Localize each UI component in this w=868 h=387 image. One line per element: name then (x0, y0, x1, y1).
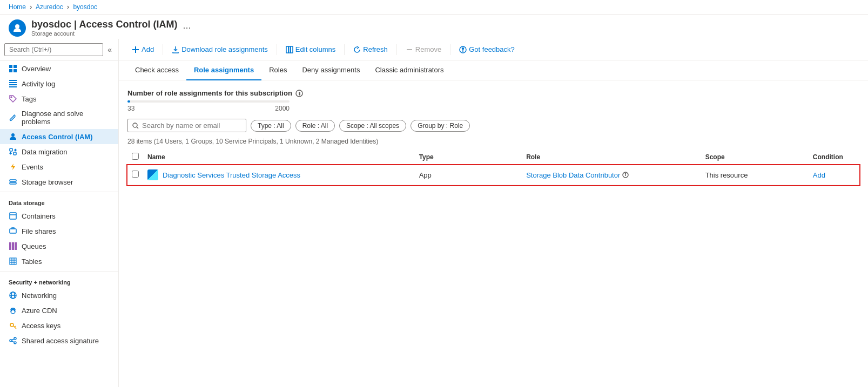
sidebar-collapse-button[interactable]: « (105, 44, 114, 55)
header-checkbox-col (127, 150, 143, 165)
name-email-search-input[interactable] (142, 121, 241, 130)
sidebar-item-storage-browser-label: Storage browser (22, 178, 73, 186)
page-header: byosdoc | Access Control (IAM) Storage a… (0, 15, 868, 39)
svg-rect-41 (291, 46, 293, 53)
breadcrumb-home[interactable]: Home (9, 3, 26, 11)
header-role-col: Role (522, 150, 701, 165)
scope-filter[interactable]: Scope : All scopes (339, 120, 406, 132)
tab-deny-assignments[interactable]: Deny assignments (294, 60, 367, 80)
svg-rect-6 (9, 82, 17, 83)
progress-current: 33 (127, 105, 134, 112)
toolbar: Add Download role assignments Edit colum… (119, 39, 868, 60)
svg-rect-39 (286, 46, 288, 53)
sidebar-item-data-migration-label: Data migration (22, 148, 68, 156)
svg-rect-22 (10, 258, 16, 264)
sidebar-item-overview[interactable]: Overview (0, 61, 118, 76)
content-body: Number of role assignments for this subs… (119, 80, 868, 194)
row-checkbox[interactable] (132, 171, 139, 178)
migration-icon (9, 147, 17, 156)
subscription-title: Number of role assignments for this subs… (127, 89, 859, 97)
svg-point-31 (10, 323, 14, 327)
sidebar-item-tables[interactable]: Tables (0, 254, 118, 269)
breadcrumb-byosdoc[interactable]: byosdoc (73, 3, 97, 11)
assignments-table: Name Type Role Scope Condition (127, 150, 859, 185)
sidebar-item-access-keys[interactable]: Access keys (0, 318, 118, 333)
svg-rect-1 (9, 65, 12, 68)
sidebar-item-azure-cdn[interactable]: Azure CDN (0, 303, 118, 318)
row-checkbox-cell (127, 165, 143, 185)
tabs: Check access Role assignments Roles Deny… (119, 60, 868, 80)
header-scope-col: Scope (701, 150, 809, 165)
tab-roles[interactable]: Roles (261, 60, 294, 80)
fileshare-icon (9, 227, 17, 235)
download-button[interactable]: Download role assignments (167, 43, 272, 56)
row-condition-cell: Add (809, 165, 859, 185)
toolbar-sep-3 (344, 44, 345, 55)
tag-icon (9, 94, 17, 103)
sidebar-item-storage-browser[interactable]: Storage browser (0, 174, 118, 189)
svg-line-49 (137, 127, 138, 128)
sidebar-item-access-control-label: Access Control (IAM) (22, 133, 92, 141)
svg-rect-40 (288, 46, 290, 53)
sidebar-item-events[interactable]: Events (0, 159, 118, 174)
sidebar-item-networking[interactable]: Networking (0, 288, 118, 303)
svg-rect-12 (14, 152, 16, 155)
sidebar-item-file-shares[interactable]: File shares (0, 223, 118, 239)
queue-icon (9, 242, 17, 250)
svg-rect-19 (9, 242, 11, 250)
svg-point-32 (10, 340, 12, 342)
search-input[interactable] (4, 43, 103, 56)
sidebar-item-activity-log[interactable]: Activity log (0, 76, 118, 91)
toolbar-sep-1 (163, 44, 163, 55)
row-type-cell: App (415, 165, 522, 185)
sidebar-item-containers[interactable]: Containers (0, 208, 118, 223)
role-filter[interactable]: Role : All (295, 120, 335, 132)
sidebar-item-shared-access[interactable]: Shared access signature (0, 333, 118, 348)
remove-label: Remove (415, 45, 441, 53)
sidebar-item-tags-label: Tags (22, 95, 36, 103)
row-name-link[interactable]: Diagnostic Services Trusted Storage Acce… (163, 171, 300, 179)
sidebar-item-diagnose[interactable]: Diagnose and solve problems (0, 106, 118, 129)
svg-point-44 (462, 47, 464, 49)
remove-button[interactable]: Remove (401, 43, 446, 56)
group-by-filter[interactable]: Group by : Role (411, 120, 470, 132)
feedback-label: Got feedback? (469, 45, 515, 53)
svg-rect-7 (9, 84, 17, 85)
table-header-row: Name Type Role Scope Condition (127, 150, 859, 165)
sidebar-item-shared-access-label: Shared access signature (22, 337, 99, 345)
svg-rect-15 (10, 182, 16, 184)
feedback-button[interactable]: Got feedback? (455, 43, 519, 56)
person-icon (9, 132, 17, 141)
tab-check-access[interactable]: Check access (127, 60, 186, 80)
edit-columns-button[interactable]: Edit columns (281, 43, 340, 56)
sidebar-item-access-control[interactable]: Access Control (IAM) (0, 129, 118, 144)
list-icon (9, 79, 17, 88)
tab-role-assignments[interactable]: Role assignments (186, 60, 261, 80)
key-icon (9, 321, 17, 330)
svg-line-35 (12, 339, 14, 340)
sidebar-item-overview-label: Overview (22, 65, 51, 73)
header-name-col: Name (143, 150, 415, 165)
row-role-link[interactable]: Storage Blob Data Contributor (526, 171, 620, 179)
toolbar-sep-5 (450, 44, 450, 55)
sidebar-item-queues[interactable]: Queues (0, 239, 118, 254)
resource-icon (9, 19, 26, 37)
refresh-button[interactable]: Refresh (349, 43, 392, 56)
select-all-checkbox[interactable] (132, 153, 139, 160)
sidebar-item-data-migration[interactable]: Data migration (0, 144, 118, 159)
svg-rect-20 (12, 242, 14, 250)
svg-point-34 (14, 342, 16, 344)
svg-rect-18 (10, 229, 16, 233)
tab-classic-administrators[interactable]: Classic administrators (367, 60, 451, 80)
sidebar-item-tags[interactable]: Tags (0, 91, 118, 106)
add-button[interactable]: Add (127, 43, 158, 56)
sidebar-item-networking-label: Networking (22, 291, 57, 300)
type-filter[interactable]: Type : All (251, 120, 291, 132)
row-condition-link[interactable]: Add (813, 171, 825, 179)
sidebar-item-events-label: Events (22, 163, 43, 171)
header-ellipsis-button[interactable]: ··· (183, 22, 191, 33)
svg-point-48 (133, 123, 137, 127)
breadcrumb-azuredoc[interactable]: Azuredoc (36, 3, 63, 11)
add-label: Add (142, 45, 154, 53)
row-role-cell: Storage Blob Data Contributor (522, 165, 701, 185)
